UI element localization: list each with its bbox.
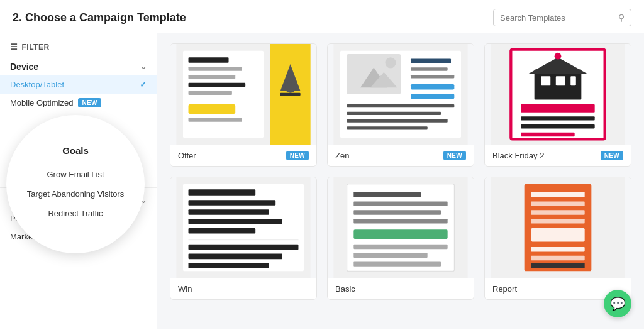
svg-rect-23 — [411, 94, 454, 99]
svg-rect-54 — [353, 201, 447, 206]
templates-grid: Offer NEW — [170, 43, 631, 300]
svg-rect-27 — [347, 126, 428, 129]
svg-rect-36 — [521, 104, 594, 113]
sidebar-item-desktop[interactable]: Desktop/Tablet ✓ — [0, 75, 157, 94]
template-preview-blackfriday — [485, 44, 631, 145]
svg-rect-69 — [531, 256, 584, 260]
goal-item-redirect[interactable]: Redirect Traffic — [21, 204, 130, 223]
template-preview-zen — [328, 44, 474, 145]
template-footer-offer: Offer NEW — [170, 145, 316, 166]
svg-rect-70 — [531, 263, 584, 269]
svg-rect-38 — [521, 124, 594, 128]
template-card-basic[interactable]: Basic — [327, 177, 474, 300]
goals-dropdown: Goals Grow Email List Target Abandoning … — [6, 115, 145, 253]
svg-rect-60 — [353, 261, 441, 266]
content-area: ☰ FILTER Device ⌄ Desktop/Tablet ✓ Mobil… — [0, 33, 644, 329]
search-input[interactable] — [500, 13, 618, 23]
sidebar-item-mobile[interactable]: Mobile Optimized NEW — [0, 94, 157, 112]
svg-rect-43 — [189, 200, 276, 206]
svg-rect-44 — [189, 209, 269, 215]
svg-rect-20 — [411, 67, 448, 70]
svg-rect-45 — [189, 219, 282, 224]
svg-rect-53 — [353, 192, 421, 197]
svg-rect-7 — [189, 104, 236, 114]
template-footer-basic: Basic — [328, 278, 474, 299]
template-name-win: Win — [178, 284, 192, 294]
search-box[interactable]: ⚲ — [493, 9, 631, 26]
svg-rect-37 — [521, 116, 594, 120]
template-footer-blackfriday: Black Friday 2 NEW — [485, 145, 631, 166]
svg-rect-67 — [531, 228, 584, 241]
chat-button[interactable]: 💬 — [604, 290, 631, 317]
svg-rect-8 — [189, 118, 242, 121]
svg-rect-5 — [189, 83, 246, 87]
page-title: 2. Choose a Campaign Template — [13, 11, 186, 25]
filter-label: FILTER — [22, 43, 50, 52]
svg-rect-25 — [347, 112, 441, 115]
template-footer-win: Win — [170, 278, 316, 299]
svg-rect-39 — [521, 133, 574, 136]
svg-rect-12 — [280, 93, 301, 96]
svg-rect-3 — [189, 67, 242, 70]
filter-header: ☰ FILTER — [0, 42, 157, 58]
svg-point-35 — [555, 53, 562, 60]
device-label: Desktop/Tablet — [10, 80, 64, 89]
svg-rect-32 — [556, 76, 565, 85]
filter-icon: ☰ — [10, 42, 18, 52]
svg-point-18 — [385, 57, 396, 68]
svg-rect-66 — [531, 219, 584, 223]
svg-rect-6 — [189, 91, 232, 95]
template-preview-win — [170, 177, 316, 278]
svg-rect-59 — [353, 253, 427, 258]
new-badge-offer: NEW — [286, 151, 309, 160]
template-preview-report — [485, 177, 631, 278]
svg-rect-21 — [411, 75, 454, 78]
new-badge-blackfriday: NEW — [601, 151, 623, 160]
svg-rect-22 — [411, 84, 454, 90]
goal-item-abandoning[interactable]: Target Abandoning Visitors — [21, 184, 130, 204]
mobile-label: Mobile Optimized — [10, 98, 73, 107]
svg-rect-19 — [411, 58, 451, 63]
chevron-up-icon: ⌄ — [140, 62, 147, 71]
svg-rect-58 — [353, 245, 447, 249]
svg-rect-31 — [541, 76, 550, 85]
template-card-offer[interactable]: Offer NEW — [170, 43, 317, 167]
template-card-zen[interactable]: Zen NEW — [327, 43, 474, 167]
svg-rect-48 — [189, 245, 299, 250]
goals-title: Goals — [62, 145, 89, 156]
svg-rect-47 — [189, 239, 299, 240]
svg-rect-49 — [189, 254, 282, 260]
goal-item-grow[interactable]: Grow Email List — [21, 165, 130, 184]
svg-rect-63 — [531, 192, 584, 197]
svg-rect-57 — [353, 229, 447, 239]
svg-rect-46 — [189, 228, 256, 234]
svg-rect-68 — [531, 247, 584, 251]
svg-rect-33 — [570, 76, 576, 85]
new-badge-mobile: NEW — [78, 98, 101, 107]
search-icon: ⚲ — [618, 13, 625, 23]
new-badge-zen: NEW — [443, 151, 466, 160]
template-card-report[interactable]: Report — [484, 177, 631, 300]
chat-icon: 💬 — [610, 296, 626, 311]
template-name-report: Report — [492, 284, 517, 294]
svg-rect-24 — [347, 104, 455, 107]
template-name-offer: Offer — [178, 151, 196, 160]
svg-rect-2 — [189, 57, 229, 63]
svg-point-11 — [285, 82, 296, 93]
template-card-win[interactable]: Win — [170, 177, 317, 300]
template-card-blackfriday[interactable]: Black Friday 2 NEW — [484, 43, 631, 167]
page-header: 2. Choose a Campaign Template ⚲ — [0, 0, 644, 33]
svg-rect-42 — [189, 189, 256, 196]
template-footer-zen: Zen NEW — [328, 145, 474, 166]
template-name-blackfriday: Black Friday 2 — [492, 151, 544, 160]
svg-rect-64 — [531, 201, 584, 206]
svg-rect-4 — [189, 75, 236, 79]
svg-rect-56 — [353, 219, 447, 223]
svg-rect-65 — [531, 210, 584, 214]
svg-rect-55 — [353, 210, 441, 214]
template-name-basic: Basic — [335, 284, 355, 294]
template-preview-basic — [328, 177, 474, 278]
sidebar: ☰ FILTER Device ⌄ Desktop/Tablet ✓ Mobil… — [0, 33, 157, 329]
device-section-title: Device ⌄ — [0, 58, 157, 75]
svg-rect-50 — [189, 263, 269, 269]
